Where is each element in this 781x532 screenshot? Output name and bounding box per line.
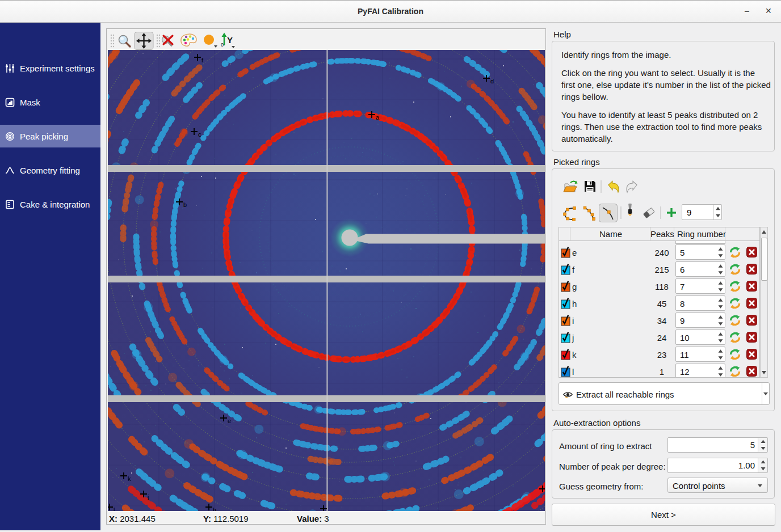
svg-text:k: k	[128, 475, 131, 482]
svg-text:d: d	[490, 78, 494, 85]
svg-text:b: b	[183, 201, 187, 208]
svg-text:j: j	[147, 493, 149, 500]
svg-text:l: l	[114, 506, 115, 511]
svg-text:c: c	[198, 131, 201, 138]
svg-text:h: h	[213, 506, 216, 511]
svg-text:a: a	[376, 114, 380, 121]
svg-text:e: e	[228, 417, 231, 424]
svg-text:Y: Y	[227, 35, 233, 45]
svg-text:0: 0	[221, 42, 224, 48]
